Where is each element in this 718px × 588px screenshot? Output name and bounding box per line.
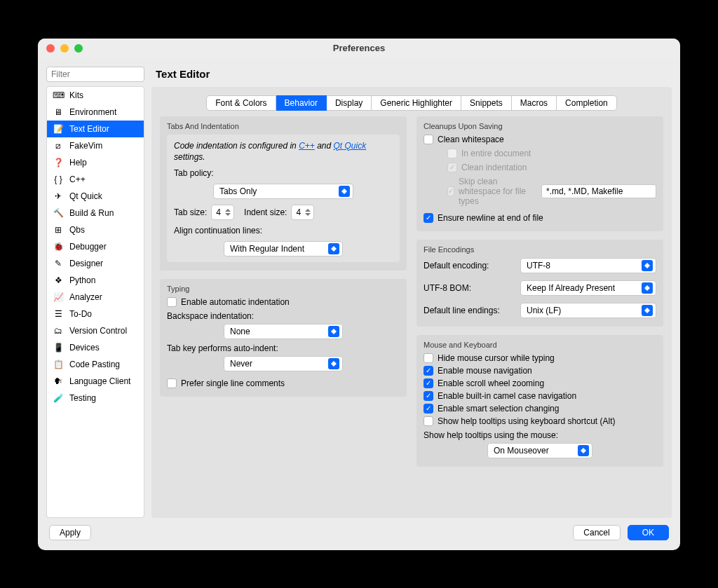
designer-icon: ✎ bbox=[53, 259, 64, 268]
sidebar-item-fakevim[interactable]: ⧄FakeVim bbox=[47, 137, 144, 154]
chevron-updown-icon bbox=[578, 445, 589, 456]
prefer-single-label: Prefer single line comments bbox=[181, 378, 285, 388]
tab-completion[interactable]: Completion bbox=[557, 95, 617, 111]
sidebar-item-langclient[interactable]: 🗣Language Client bbox=[47, 373, 144, 390]
camelcase-checkbox[interactable]: ✓ bbox=[424, 391, 433, 401]
sidebar-item-qbs[interactable]: ⊞Qbs bbox=[47, 221, 144, 238]
skip-ws-checkbox: ✓ bbox=[447, 186, 454, 196]
skip-ws-input[interactable] bbox=[541, 184, 656, 198]
sidebar-item-label: Environment bbox=[69, 107, 116, 117]
debugger-icon: 🐞 bbox=[53, 242, 64, 252]
clean-indent-checkbox: ✓ bbox=[447, 163, 457, 172]
tabkey-select[interactable]: Never bbox=[224, 356, 343, 371]
cpp-icon: { } bbox=[53, 175, 64, 184]
prefer-single-checkbox[interactable] bbox=[167, 378, 177, 388]
endings-select[interactable]: Unix (LF) bbox=[520, 303, 656, 318]
tab-snippets[interactable]: Snippets bbox=[461, 95, 512, 111]
sidebar-item-help[interactable]: ❓Help bbox=[47, 154, 144, 171]
tab-font-colors[interactable]: Font & Colors bbox=[206, 95, 276, 111]
bom-select[interactable]: Keep If Already Present bbox=[520, 280, 656, 296]
sidebar-item-codepasting[interactable]: 📋Code Pasting bbox=[47, 356, 144, 373]
in-entire-checkbox bbox=[447, 149, 457, 158]
sidebar-item-designer[interactable]: ✎Designer bbox=[47, 255, 144, 272]
help-alt-label: Show help tooltips using keyboard shortc… bbox=[438, 416, 615, 426]
vcs-icon: 🗂 bbox=[53, 326, 64, 336]
sidebar-item-analyzer[interactable]: 📈Analyzer bbox=[47, 289, 144, 306]
cancel-button[interactable]: Cancel bbox=[573, 525, 620, 540]
stepper-icon bbox=[224, 207, 232, 218]
auto-indent-checkbox[interactable] bbox=[167, 297, 177, 307]
sidebar-item-label: Help bbox=[69, 158, 87, 167]
help-mouse-label: Show help tooltips using the mouse: bbox=[424, 430, 656, 440]
sidebar-item-testing[interactable]: 🧪Testing bbox=[47, 390, 144, 406]
align-select[interactable]: With Regular Indent bbox=[224, 241, 343, 257]
sidebar-item-devices[interactable]: 📱Devices bbox=[47, 339, 144, 356]
section-label: Mouse and Keyboard bbox=[424, 341, 656, 349]
tab-policy-select[interactable]: Tabs Only bbox=[213, 184, 353, 199]
encodings-group: File Encodings Default encoding: UTF-8 U… bbox=[416, 240, 663, 327]
section-label: Tabs And Indentation bbox=[167, 122, 400, 130]
sidebar-item-label: Designer bbox=[69, 259, 103, 268]
environment-icon: 🖥 bbox=[53, 107, 64, 117]
zoom-icon[interactable] bbox=[74, 44, 83, 53]
langclient-icon: 🗣 bbox=[53, 376, 64, 386]
close-icon[interactable] bbox=[46, 44, 55, 53]
analyzer-icon: 📈 bbox=[53, 292, 64, 302]
sidebar-item-text-editor[interactable]: 📝Text Editor bbox=[47, 121, 144, 137]
sidebar-item-todo[interactable]: ☰To-Do bbox=[47, 306, 144, 322]
indentation-note: Code indentation is configured in C++ an… bbox=[174, 140, 393, 163]
stepper-icon bbox=[304, 207, 312, 218]
backspace-select[interactable]: None bbox=[224, 324, 343, 339]
kits-icon: ⌨ bbox=[53, 90, 64, 100]
backspace-label: Backspace indentation: bbox=[167, 311, 400, 321]
chevron-updown-icon bbox=[642, 260, 653, 271]
hide-cursor-checkbox[interactable] bbox=[424, 353, 433, 363]
sidebar-item-vcs[interactable]: 🗂Version Control bbox=[47, 322, 144, 339]
bom-label: UTF-8 BOM: bbox=[424, 283, 515, 293]
sidebar-item-python[interactable]: ❖Python bbox=[47, 272, 144, 289]
python-icon: ❖ bbox=[53, 275, 64, 285]
sidebar-item-label: Analyzer bbox=[69, 292, 102, 302]
section-label: Cleanups Upon Saving bbox=[424, 122, 656, 130]
tab-behavior[interactable]: Behavior bbox=[276, 95, 327, 111]
sidebar-item-environment[interactable]: 🖥Environment bbox=[47, 104, 144, 121]
buildrun-icon: 🔨 bbox=[53, 208, 64, 218]
tab-size-spinner[interactable]: 4 bbox=[211, 205, 234, 220]
titlebar: Preferences bbox=[38, 39, 680, 58]
skip-ws-label: Skip clean whitespace for file types bbox=[459, 177, 537, 206]
sidebar-item-label: Devices bbox=[69, 343, 100, 353]
minimize-icon[interactable] bbox=[60, 44, 69, 53]
sidebar-item-buildrun[interactable]: 🔨Build & Run bbox=[47, 205, 144, 221]
tab-display[interactable]: Display bbox=[327, 95, 372, 111]
link-qtquick[interactable]: Qt Quick bbox=[334, 141, 367, 151]
help-icon: ❓ bbox=[53, 158, 64, 167]
tabkey-label: Tab key performs auto-indent: bbox=[167, 343, 400, 353]
apply-button[interactable]: Apply bbox=[49, 525, 91, 540]
ensure-newline-checkbox[interactable]: ✓ bbox=[424, 213, 433, 223]
todo-icon: ☰ bbox=[53, 309, 64, 319]
tab-generic-highlighter[interactable]: Generic Highlighter bbox=[372, 95, 461, 111]
tab-macros[interactable]: Macros bbox=[512, 95, 557, 111]
help-alt-checkbox[interactable] bbox=[424, 416, 433, 426]
clean-ws-checkbox[interactable] bbox=[424, 135, 433, 144]
hide-cursor-label: Hide mouse cursor while typing bbox=[438, 353, 555, 363]
indent-size-spinner[interactable]: 4 bbox=[291, 205, 314, 220]
typing-group: Typing Enable automatic indentation Back… bbox=[160, 279, 407, 397]
sidebar-item-cpp[interactable]: { }C++ bbox=[47, 171, 144, 188]
filter-input[interactable] bbox=[46, 67, 144, 82]
default-encoding-select[interactable]: UTF-8 bbox=[520, 258, 656, 273]
codepasting-icon: 📋 bbox=[53, 360, 64, 369]
mouse-keyboard-group: Mouse and Keyboard Hide mouse cursor whi… bbox=[416, 335, 663, 467]
sidebar-item-kits[interactable]: ⌨Kits bbox=[47, 87, 144, 104]
help-mouse-select[interactable]: On Mouseover bbox=[487, 443, 592, 458]
mouse-nav-checkbox[interactable]: ✓ bbox=[424, 366, 433, 376]
sidebar-item-qtquick[interactable]: ✈Qt Quick bbox=[47, 188, 144, 205]
sidebar-item-label: Kits bbox=[69, 90, 83, 100]
sidebar-item-label: Qbs bbox=[69, 225, 85, 235]
ok-button[interactable]: OK bbox=[628, 525, 669, 540]
smart-sel-checkbox[interactable]: ✓ bbox=[424, 404, 433, 413]
sidebar-item-label: To-Do bbox=[69, 309, 92, 319]
sidebar-item-debugger[interactable]: 🐞Debugger bbox=[47, 238, 144, 255]
link-cpp[interactable]: C++ bbox=[299, 141, 315, 151]
scroll-zoom-checkbox[interactable]: ✓ bbox=[424, 378, 433, 388]
